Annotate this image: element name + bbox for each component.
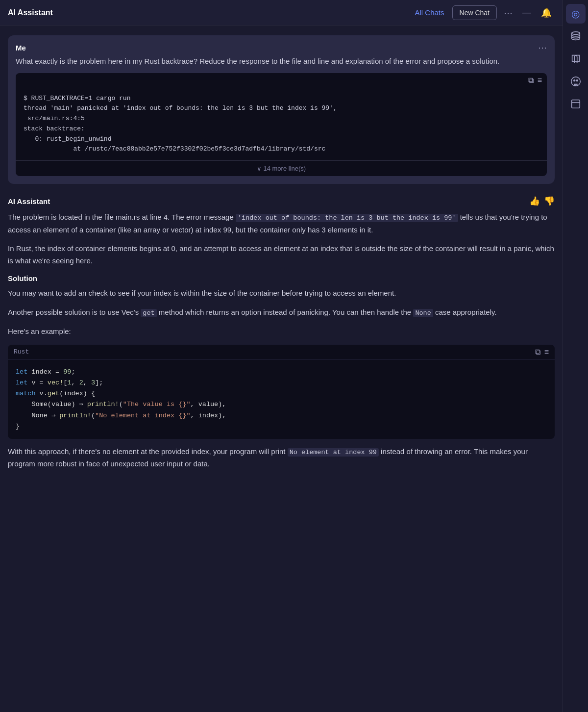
rust-code-content: let index = 99; let v = vec![1, 2, 3]; m…	[8, 360, 555, 439]
backtrace-code: $ RUST_BACKTRACE=1 cargo run thread 'mai…	[16, 88, 547, 161]
rust-code-header: Rust ⧉ ≡	[8, 345, 555, 360]
more-lines-indicator[interactable]: ∨ 14 more line(s)	[16, 160, 547, 176]
new-chat-button[interactable]: New Chat	[452, 5, 497, 20]
feedback-buttons: 👍 👎	[529, 196, 555, 206]
sidebar-ai-icon[interactable]: ◎	[566, 4, 586, 24]
sidebar-mask-icon[interactable]	[566, 72, 586, 91]
user-text: What exactly is the problem here in my R…	[16, 56, 547, 67]
backtrace-code-block: ⧉ ≡ $ RUST_BACKTRACE=1 cargo run thread …	[16, 73, 547, 177]
header-actions: All Chats New Chat ⋯ — 🔔	[411, 5, 555, 20]
ai-paragraph-1: The problem is located in the file main.…	[8, 211, 555, 236]
all-chats-button[interactable]: All Chats	[411, 6, 448, 19]
user-name: Me	[16, 44, 26, 52]
rust-code-block: Rust ⧉ ≡ let index = 99; let v = vec![1,…	[8, 345, 555, 439]
ai-message: AI Assistant 👍 👎 The problem is located …	[8, 196, 555, 470]
thumbs-down-button[interactable]: 👎	[544, 196, 555, 206]
svg-point-1	[573, 80, 575, 81]
svg-rect-3	[571, 100, 580, 108]
sidebar: ◎	[563, 0, 588, 712]
more-options-button[interactable]: ⋯	[501, 5, 515, 20]
svg-point-0	[571, 32, 580, 35]
solution-heading: Solution	[8, 274, 555, 282]
sidebar-database-icon[interactable]	[566, 26, 586, 46]
chat-content: Me ⋯ What exactly is the problem here in…	[0, 25, 563, 712]
ai-final-text: With this approach, if there's no elemen…	[8, 446, 555, 470]
ai-name: AI Assistant	[8, 197, 50, 205]
thumbs-up-button[interactable]: 👍	[529, 196, 540, 206]
rust-lang-label: Rust	[14, 348, 29, 356]
wrap-code-button[interactable]: ≡	[538, 76, 542, 85]
ai-message-header: AI Assistant 👍 👎	[8, 196, 555, 206]
minimize-button[interactable]: —	[519, 5, 534, 20]
svg-point-2	[576, 80, 578, 81]
wrap-rust-code-button[interactable]: ≡	[544, 348, 549, 356]
ai-solution-2: Another possible solution is to use Vec'…	[8, 306, 555, 319]
ai-paragraph-2: In Rust, the index of container elements…	[8, 243, 555, 267]
copy-rust-code-button[interactable]: ⧉	[535, 348, 540, 356]
sidebar-window-icon[interactable]	[566, 94, 586, 114]
code-block-header: ⧉ ≡	[16, 73, 547, 88]
ai-solution-1: You may want to add an check to see if y…	[8, 287, 555, 300]
notification-button[interactable]: 🔔	[538, 5, 555, 20]
user-message: Me ⋯ What exactly is the problem here in…	[8, 35, 555, 184]
app-title: AI Assistant	[8, 8, 53, 17]
message-menu-button[interactable]: ⋯	[538, 43, 547, 52]
ai-example-intro: Here's an example:	[8, 326, 555, 338]
copy-code-button[interactable]: ⧉	[528, 76, 534, 85]
sidebar-book-icon[interactable]	[566, 49, 586, 69]
header: AI Assistant All Chats New Chat ⋯ — 🔔	[0, 0, 563, 25]
user-message-header: Me ⋯	[16, 43, 547, 52]
